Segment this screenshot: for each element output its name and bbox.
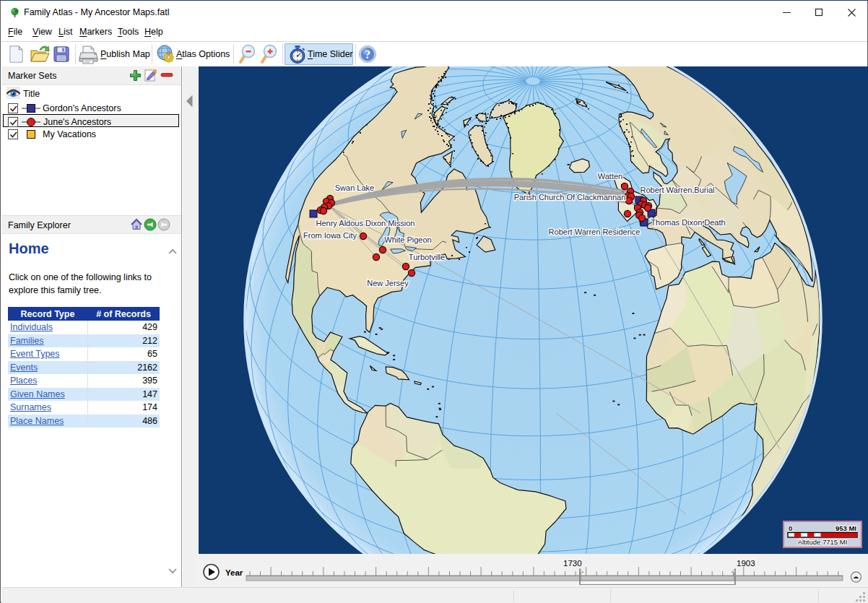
svg-text:Thomas Dixon Death: Thomas Dixon Death	[651, 218, 725, 227]
svg-text:White Pigeon: White Pigeon	[384, 235, 431, 244]
svg-text:Parish Church Of Clackmannan: Parish Church Of Clackmannan	[514, 193, 626, 201]
svg-text:1730: 1730	[563, 559, 582, 568]
svg-text:953 MI: 953 MI	[836, 524, 856, 532]
svg-text:0: 0	[789, 524, 792, 532]
svg-text:Altitude 7715 MI: Altitude 7715 MI	[798, 538, 848, 546]
svg-text:1903: 1903	[737, 559, 755, 568]
svg-text:Swan Lake: Swan Lake	[335, 183, 374, 192]
svg-text:Robert Warren Burial: Robert Warren Burial	[641, 186, 715, 194]
svg-text:?: ?	[365, 48, 370, 61]
svg-text:Robert Warren Residence: Robert Warren Residence	[549, 227, 641, 236]
svg-text:Year: Year	[225, 568, 243, 577]
svg-text:Henry Aldous Dixon Mission: Henry Aldous Dixon Mission	[316, 219, 415, 227]
svg-text:Watten: Watten	[598, 172, 622, 181]
svg-text:Turbotville: Turbotville	[409, 253, 445, 261]
svg-text:New Jersey: New Jersey	[367, 279, 409, 287]
svg-text:From Iowa City: From Iowa City	[303, 231, 357, 240]
